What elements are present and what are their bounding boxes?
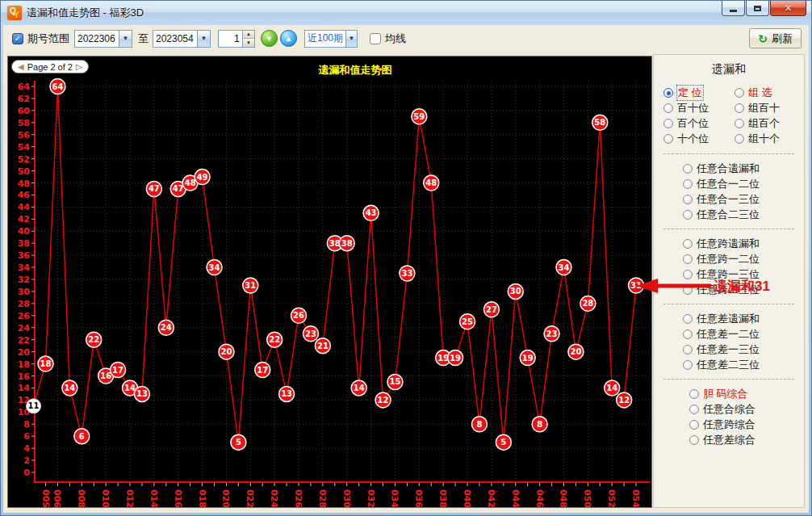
svg-text:052: 052	[606, 489, 617, 507]
page-down-button[interactable]: ▼	[261, 30, 278, 47]
radio-icon	[683, 360, 693, 370]
page-prev-icon[interactable]: ◀	[18, 62, 24, 71]
radio-label: 组十个	[748, 132, 780, 146]
svg-text:46: 46	[18, 190, 31, 200]
radio-icon	[689, 389, 699, 399]
x-axis-labels: 0050060080100120140160180200220240260280…	[40, 483, 642, 507]
step-spinner[interactable]: 1 ▲ ▼	[218, 30, 255, 48]
maximize-button[interactable]	[746, 1, 769, 16]
svg-text:12: 12	[378, 396, 389, 405]
radio-label: 任意差一二位	[697, 327, 760, 342]
svg-text:040: 040	[462, 489, 472, 507]
svg-text:54: 54	[18, 142, 31, 153]
svg-text:58: 58	[18, 118, 30, 128]
svg-text:28: 28	[582, 299, 593, 308]
radio-icon	[663, 134, 673, 144]
radio-option[interactable]: 十个位	[663, 131, 735, 146]
radio-label: 十个位	[677, 132, 709, 146]
range-checkbox-label: 期号范围	[27, 31, 69, 46]
spinner-down-button[interactable]: ▼	[243, 39, 254, 47]
radio-label: 组百个	[748, 116, 780, 131]
svg-text:2: 2	[23, 455, 30, 466]
range-checkbox[interactable]: ✓	[12, 33, 23, 44]
radio-option[interactable]: 任意合二三位	[683, 207, 804, 222]
radio-option[interactable]: 任意差一三位	[683, 342, 804, 357]
range-from-combo[interactable]: 2022306 ▼	[74, 30, 132, 48]
radio-option[interactable]: 组十个	[735, 131, 806, 146]
svg-text:48: 48	[425, 178, 437, 187]
svg-text:048: 048	[558, 489, 568, 507]
radio-label: 任意合一二位	[697, 177, 760, 191]
recent-periods-value: 近100期	[305, 31, 345, 45]
svg-text:19: 19	[450, 354, 461, 363]
close-button[interactable]: ✕	[770, 1, 806, 16]
svg-text:23: 23	[305, 329, 316, 338]
chevron-down-icon[interactable]: ▼	[119, 31, 132, 47]
divider	[663, 153, 794, 154]
svg-text:20: 20	[570, 347, 581, 356]
range-from-value: 2022306	[75, 33, 119, 44]
svg-text:15: 15	[390, 377, 401, 386]
chevron-down-icon[interactable]: ▼	[345, 31, 357, 47]
radio-icon	[735, 88, 744, 98]
radio-option[interactable]: 任意差遗漏和	[683, 311, 804, 326]
radio-group: 定 位组 选百十位组百十百个位组百个十个位组十个	[654, 77, 804, 149]
radio-option[interactable]: 百个位	[663, 115, 735, 131]
ma-checkbox[interactable]	[370, 33, 381, 44]
recent-periods-combo[interactable]: 近100期 ▼	[304, 30, 358, 48]
radio-option[interactable]: 百十位	[663, 100, 735, 115]
radio-option[interactable]: 任意合一三位	[683, 191, 804, 207]
radio-option[interactable]: 组 选	[735, 85, 806, 100]
svg-text:16: 16	[100, 371, 111, 380]
radio-option[interactable]: 任意差综合	[689, 432, 804, 447]
svg-text:50: 50	[18, 166, 31, 177]
radio-option[interactable]: 任意跨一二位	[683, 251, 804, 266]
svg-text:018: 018	[197, 489, 207, 507]
radio-option[interactable]: 任意跨综合	[689, 417, 804, 432]
svg-text:22: 22	[88, 335, 99, 344]
svg-text:14: 14	[124, 384, 136, 392]
svg-text:026: 026	[293, 489, 303, 507]
radio-option[interactable]: 任意合一二位	[683, 176, 804, 191]
radio-option[interactable]: 定 位	[663, 85, 735, 100]
radio-icon	[683, 345, 693, 354]
close-icon: ✕	[785, 3, 792, 14]
radio-label: 百十位	[677, 101, 709, 115]
radio-option[interactable]: 胆 码综合	[689, 386, 804, 401]
minimize-button[interactable]	[722, 1, 745, 16]
refresh-button[interactable]: ↻ 刷新	[749, 28, 802, 48]
page-nav[interactable]: ◀ Page 2 of 2 ▷	[11, 60, 89, 73]
radio-option[interactable]: 任意差一二位	[683, 326, 804, 342]
svg-text:042: 042	[486, 489, 496, 507]
radio-icon	[683, 314, 693, 324]
radio-option[interactable]: 组百个	[735, 115, 806, 131]
radio-option[interactable]: 任意合遗漏和	[683, 161, 804, 176]
radio-option[interactable]: 任意差二三位	[683, 357, 804, 372]
svg-text:43: 43	[366, 208, 377, 217]
svg-text:19: 19	[522, 354, 534, 363]
radio-option[interactable]: 任意跨遗漏和	[683, 236, 804, 251]
range-to-combo[interactable]: 2023054 ▼	[153, 30, 211, 48]
page-up-button[interactable]: ▲	[280, 30, 297, 47]
radio-label: 组 选	[748, 86, 772, 100]
radio-option[interactable]: 任意合综合	[689, 401, 804, 417]
svg-text:23: 23	[546, 329, 558, 338]
svg-text:62: 62	[18, 94, 30, 104]
chevron-down-icon[interactable]: ▼	[197, 31, 210, 47]
spinner-up-button[interactable]: ▲	[243, 31, 254, 40]
svg-text:022: 022	[245, 489, 255, 507]
svg-text:8: 8	[23, 419, 30, 430]
radio-icon	[663, 119, 673, 128]
svg-text:64: 64	[18, 82, 31, 92]
radio-option[interactable]: 组百十	[735, 100, 806, 115]
radio-label: 任意差遗漏和	[697, 312, 760, 326]
svg-text:38: 38	[18, 238, 30, 249]
svg-text:0: 0	[23, 468, 30, 478]
radio-label: 任意差二三位	[697, 358, 760, 372]
svg-text:046: 046	[534, 489, 545, 507]
svg-text:27: 27	[486, 305, 497, 314]
svg-text:5: 5	[236, 438, 241, 447]
page-next-icon[interactable]: ▷	[76, 62, 82, 71]
radio-label: 胆 码综合	[703, 387, 748, 401]
svg-text:17: 17	[257, 366, 268, 375]
